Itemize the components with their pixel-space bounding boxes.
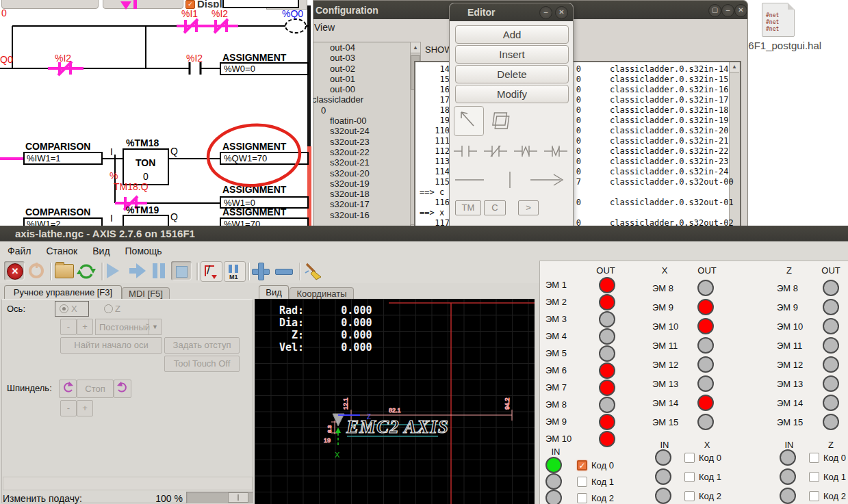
hal-tree-item[interactable]: s32out-18	[308, 189, 410, 199]
code-checkbox[interactable]: ✓	[684, 491, 695, 501]
nc-contact[interactable]	[48, 62, 83, 75]
add-button[interactable]: Add	[455, 25, 569, 44]
optional-pause-toggle[interactable]: M1	[224, 261, 246, 282]
sash[interactable]	[535, 283, 539, 504]
slider-handle[interactable]	[228, 492, 248, 503]
spindle-cw-button[interactable]	[114, 380, 131, 398]
tab-manual-control[interactable]: Ручное управление [F3]	[4, 285, 122, 300]
set-offset-button[interactable]: Задать отступ	[164, 337, 240, 354]
hal-tree-item[interactable]: s32out-16	[308, 210, 410, 220]
hal-tree-item[interactable]: s32out-22	[308, 147, 410, 157]
desktop-area: #net #net #net 16F1_postgui.hal	[743, 0, 848, 62]
stop-button[interactable]	[171, 261, 192, 280]
led-label: ЭМ 15	[777, 417, 803, 427]
code-checkbox[interactable]: ✓	[577, 460, 587, 470]
palette-select-tool[interactable]	[454, 106, 484, 136]
code-checkbox[interactable]: ✓	[684, 453, 695, 463]
scroll-up-icon[interactable]: ▲	[411, 42, 420, 53]
hal-tree-item[interactable]: s32out-17	[308, 199, 410, 209]
hal-tree-item[interactable]: s32out-19	[308, 178, 410, 189]
reload-icon[interactable]	[77, 262, 96, 281]
modify-button[interactable]: Modify	[455, 85, 569, 103]
machine-power-button[interactable]	[29, 263, 44, 278]
coil[interactable]	[285, 19, 306, 33]
hal-tree-item[interactable]: floatin-00	[308, 116, 410, 126]
palette-contacts-row[interactable]	[450, 137, 573, 165]
led-label: ЭМ 2	[545, 297, 567, 307]
home-axis-button[interactable]: Найти начало оси	[60, 337, 162, 354]
skip-block-toggle[interactable]: /	[201, 261, 222, 282]
close-icon[interactable]: ✕	[555, 6, 568, 19]
preview-canvas[interactable]: Rad: 0.000 Dia: 0.000 Z: 0.000 Vel: 0.00…	[255, 299, 535, 504]
spindle-ccw-button[interactable]	[59, 380, 77, 398]
radio-z[interactable]	[104, 304, 113, 313]
palette-compare-tool[interactable]: >	[518, 200, 539, 215]
radio-z-label[interactable]: Z	[115, 304, 120, 314]
jog-plus-button[interactable]: +	[77, 319, 93, 335]
tool-touch-off-button[interactable]: Tool Touch Off	[164, 356, 240, 372]
hal-tree-item[interactable]: out-01	[308, 74, 410, 84]
insert-button[interactable]: Insert	[455, 45, 569, 64]
hal-tree-item[interactable]: 0	[308, 105, 410, 116]
palette-copy-tool[interactable]	[489, 110, 513, 135]
minimize-icon[interactable]: –	[539, 6, 552, 19]
hal-tree-item[interactable]: s32out-23	[308, 137, 410, 147]
hal-tree-item[interactable]: out-02	[308, 64, 410, 74]
hal-file-label[interactable]: 16F1_postgui.hal	[743, 40, 848, 51]
menu-file[interactable]: Файл	[0, 242, 38, 260]
close-icon[interactable]: ✕	[734, 4, 747, 17]
minimize-icon[interactable]: –	[721, 4, 734, 17]
code-checkbox[interactable]: ✓	[809, 453, 819, 463]
jog-mode-combobox[interactable]: Постоянный ▼	[95, 319, 162, 335]
palette-timer-tool[interactable]: TM	[455, 200, 481, 215]
scroll-up-icon[interactable]: ▲	[730, 62, 739, 72]
code-checkbox[interactable]: ✓	[684, 472, 695, 482]
radio-x[interactable]	[60, 304, 68, 313]
no-contact[interactable]	[190, 62, 201, 75]
axis-window: axis-lathe.ngc - AXIS 2.7.6 on 1516F1 Фа…	[0, 226, 848, 504]
led-label: ЭМ 10	[777, 321, 803, 332]
hal-tree-item[interactable]: out-00	[308, 84, 410, 94]
spindle-plus-button[interactable]: +	[77, 400, 93, 416]
dim-19: 19	[324, 437, 331, 444]
estop-button[interactable]: ✕	[4, 261, 25, 280]
palette-counter-tool[interactable]: C	[484, 200, 506, 215]
radio-x-label[interactable]: X	[71, 304, 77, 314]
axis-titlebar[interactable]: axis-lathe.ngc - AXIS 2.7.6 on 1516F1	[0, 226, 848, 241]
maximize-icon[interactable]: ▢	[708, 4, 721, 17]
hal-tree-item[interactable]: s32out-21	[308, 157, 410, 168]
palette-lines-row[interactable]	[450, 168, 573, 192]
feed-override-slider[interactable]	[186, 492, 253, 503]
hal-tree-item[interactable]: classicladder	[308, 94, 410, 105]
hal-tree-item[interactable]: s32out-20	[308, 168, 410, 178]
clear-plot-broom-icon[interactable]	[304, 262, 323, 281]
code-checkbox[interactable]: ✓	[577, 477, 587, 487]
nc-contact[interactable]	[177, 19, 238, 33]
editor-titlebar[interactable]: Editor	[450, 3, 573, 21]
hal-tree-item[interactable]: out-03	[308, 53, 410, 63]
plus-button[interactable]	[252, 263, 268, 279]
menu-view[interactable]: Вид	[85, 242, 117, 260]
spindle-stop-button[interactable]: Стоп	[77, 380, 114, 398]
code-checkbox[interactable]: ✓	[577, 493, 587, 503]
code-checkbox[interactable]: ✓	[809, 491, 819, 501]
hal-file-icon[interactable]: #net #net #net	[762, 3, 795, 37]
minus-button[interactable]	[275, 269, 293, 275]
menu-help[interactable]: Помощь	[118, 242, 170, 260]
tab-dro[interactable]: Координаты	[290, 287, 354, 300]
run-icon[interactable]	[107, 263, 119, 278]
hal-tree[interactable]: out-04 out-03 out-02 out-01 out-00 class…	[307, 42, 411, 226]
tab-mdi[interactable]: MDI [F5]	[122, 287, 170, 300]
menu-machine[interactable]: Станок	[38, 242, 85, 260]
classicladder-section-window: ✓ Display symbols 19 us 0 %I1 %I2 %Q0 Q0	[0, 0, 313, 227]
tab-preview[interactable]: Вид	[259, 285, 289, 300]
code-checkbox[interactable]: ✓	[809, 472, 819, 482]
view-menu[interactable]: View	[314, 22, 335, 33]
jog-minus-button[interactable]: -	[60, 319, 77, 335]
pin-name: classicladder.0.s32in-21	[610, 136, 728, 146]
spindle-minus-button[interactable]: -	[60, 400, 77, 416]
hal-tree-item[interactable]: out-04	[308, 42, 410, 53]
open-file-icon[interactable]	[55, 264, 74, 278]
hal-tree-item[interactable]: s32out-24	[308, 126, 410, 136]
delete-button[interactable]: Delete	[455, 65, 569, 83]
